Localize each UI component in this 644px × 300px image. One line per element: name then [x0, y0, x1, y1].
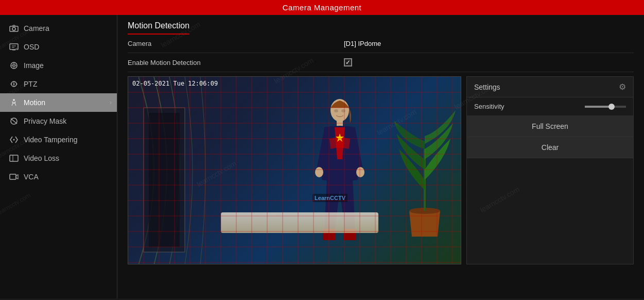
camera-value: [D1] IPdome	[344, 40, 634, 47]
sidebar-item-vca-label: VCA	[24, 173, 39, 181]
enable-motion-checkbox[interactable]: ✓	[344, 58, 634, 66]
page-header: Motion Detection	[117, 15, 644, 35]
svg-point-22	[315, 167, 323, 177]
osd-icon	[8, 43, 20, 51]
watermark: learncctv.com	[0, 192, 32, 217]
settings-panel: Settings ⚙ Sensitivity Full Screen Clear	[466, 76, 634, 264]
video-loss-icon	[8, 155, 20, 162]
video-background: 02-05-2021 Tue 12:06:09 LearnCCTV	[128, 77, 461, 264]
sidebar-item-vca[interactable]: VCA	[0, 168, 117, 186]
settings-title: Settings	[474, 83, 500, 91]
video-preview: 02-05-2021 Tue 12:06:09 LearnCCTV	[128, 76, 461, 264]
svg-point-10	[13, 99, 15, 101]
sidebar-item-camera[interactable]: Camera	[0, 19, 117, 38]
svg-rect-16	[10, 174, 16, 179]
enable-motion-label: Enable Motion Detection	[128, 59, 344, 66]
background-scene	[138, 77, 241, 264]
svg-point-3	[15, 48, 18, 50]
motion-icon	[8, 98, 20, 107]
sidebar-item-ptz[interactable]: PTZ	[0, 75, 117, 93]
gear-icon[interactable]: ⚙	[619, 82, 626, 92]
svg-point-27	[341, 109, 345, 112]
content-area: 02-05-2021 Tue 12:06:09 LearnCCTV	[117, 72, 644, 264]
motion-arrow-icon: ›	[110, 99, 112, 106]
ptz-icon	[8, 80, 20, 88]
fullscreen-button[interactable]: Full Screen	[467, 116, 633, 137]
sidebar-item-video-loss-label: Video Loss	[24, 154, 59, 162]
clear-button[interactable]: Clear	[467, 137, 633, 158]
form-area: Camera [D1] IPdome Enable Motion Detecti…	[117, 35, 644, 72]
svg-point-1	[12, 27, 15, 30]
svg-rect-18	[149, 113, 180, 247]
sidebar-item-video-loss[interactable]: Video Loss	[0, 149, 117, 168]
sidebar-item-ptz-label: PTZ	[24, 80, 37, 88]
sensitivity-handle[interactable]	[608, 104, 615, 110]
vca-icon	[8, 173, 20, 180]
sidebar-item-image[interactable]: Image	[0, 56, 117, 75]
svg-point-26	[334, 109, 338, 112]
image-icon	[8, 62, 20, 69]
svg-point-9	[13, 84, 15, 85]
video-timestamp: 02-05-2021 Tue 12:06:09	[132, 80, 218, 87]
enable-motion-row: Enable Motion Detection ✓	[128, 53, 634, 72]
camera-label: Camera	[128, 40, 344, 47]
sidebar-item-camera-label: Camera	[24, 24, 49, 32]
camera-row: Camera [D1] IPdome	[128, 35, 634, 53]
sidebar-item-osd-label: OSD	[24, 43, 39, 51]
sidebar-item-privacy-mask-label: Privacy Mask	[24, 117, 66, 125]
top-bar: Camera Management	[0, 0, 644, 15]
sidebar-item-privacy-mask[interactable]: Privacy Mask	[0, 112, 117, 130]
main-content: learncctv.com learncctv.com learncctv.co…	[117, 15, 644, 298]
settings-header: Settings ⚙	[467, 77, 633, 97]
plant	[394, 97, 456, 242]
sidebar-item-image-label: Image	[24, 61, 44, 70]
sensitivity-slider[interactable]	[585, 106, 626, 108]
sensitivity-row: Sensitivity	[467, 97, 633, 116]
svg-rect-14	[10, 155, 18, 161]
video-watermark: LearnCCTV	[312, 194, 347, 202]
app-title: Camera Management	[283, 3, 362, 12]
sidebar-item-motion[interactable]: Motion ›	[0, 93, 117, 112]
sidebar-item-osd[interactable]: OSD	[0, 38, 117, 56]
checkbox-checked[interactable]: ✓	[344, 58, 352, 66]
page-title: Motion Detection	[128, 21, 189, 35]
privacy-mask-icon	[8, 118, 20, 125]
sidebar: learncctv.com learncctv.com learncctv.co…	[0, 15, 117, 298]
video-tampering-icon	[8, 136, 20, 144]
sensitivity-label: Sensitivity	[474, 103, 585, 110]
table-surface	[221, 212, 378, 233]
sidebar-item-motion-label: Motion	[24, 98, 45, 107]
camera-icon	[8, 25, 20, 32]
sidebar-item-video-tampering-label: Video Tampering	[24, 136, 78, 144]
sidebar-item-video-tampering[interactable]: Video Tampering	[0, 130, 117, 149]
svg-point-23	[356, 167, 364, 177]
